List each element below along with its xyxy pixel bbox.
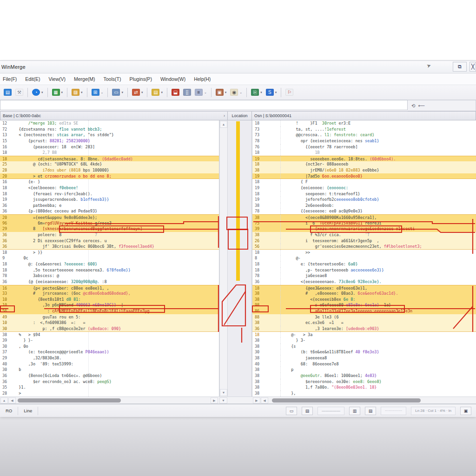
line-number: 26 xyxy=(252,238,281,244)
dropdown-caret-icon[interactable]: ⌄ xyxy=(204,91,207,94)
status-icon-button[interactable]: ▤ xyxy=(302,407,313,415)
code-line: 38 <{oece8&B8900Ku1660u958ecra1], xyxy=(252,214,476,220)
line-number: 37 xyxy=(0,349,14,355)
line-number: 38 xyxy=(252,337,281,344)
dropdown-caret-icon[interactable]: ▾ xyxy=(141,91,143,94)
diff-grid-button[interactable]: ⣿ xyxy=(182,88,192,97)
menu-item-window[interactable]: Window(W) xyxy=(159,75,186,83)
dropdown-caret-icon[interactable]: ▾ xyxy=(225,91,227,94)
status-segment-ro: RO xyxy=(0,407,18,415)
code-text: p xyxy=(281,367,476,373)
options-wrench-button[interactable]: ⚒ xyxy=(14,88,25,97)
code-text: jf' 38crisai 8e0ec 860boc6 3Bt, f3foeeee… xyxy=(14,244,219,249)
location-pane-header: Location xyxy=(228,111,252,120)
left-code-pane[interactable]: 12 /*merge 103; ed1ta SE72 {dzsetxanna r… xyxy=(0,120,219,397)
dropdown-caret-icon[interactable]: ⌄ xyxy=(239,91,242,94)
code-line: 76 {{eeeetr 78 raerrooeb] xyxy=(252,144,476,150)
dropdown-caret-icon[interactable]: ▾ xyxy=(41,91,43,94)
status-icon-button[interactable]: ▥ xyxy=(349,407,360,415)
prev-diff-button[interactable]: ⬓ xyxy=(170,88,181,97)
menu-item-help[interactable]: Help(H) xyxy=(193,75,212,83)
status-icon-button[interactable]: ▭ xyxy=(286,407,297,415)
dropdown-caret-icon[interactable]: ▾ xyxy=(121,91,123,94)
sync-scroll-button[interactable]: S▾ xyxy=(264,88,278,97)
code-text: # jrsrceanse: (6oc @cd8eo6obad68odead}, xyxy=(14,291,219,297)
menu-item-edit[interactable]: Edit(E) xyxy=(24,75,41,83)
view-layout-button[interactable]: ▭▾ xyxy=(111,88,125,97)
bookmark-flag-button[interactable]: ⚐ xyxy=(284,88,295,97)
restore-button[interactable]: ⧉ xyxy=(453,62,467,72)
code-text: ={eeet&uppou 9e8o8Gddee3e}; xyxy=(14,215,219,220)
close-button[interactable]: ╳ xyxy=(469,62,476,72)
left-vscroll-down-button[interactable]: ▼ xyxy=(219,397,227,403)
scroll-up-button[interactable]: ▲ xyxy=(220,121,227,128)
menu-item-view[interactable]: View(V) xyxy=(47,75,66,83)
line-number: 18 xyxy=(252,179,281,185)
right-scroll-left-button[interactable]: ◀ xyxy=(261,397,268,403)
left-scroll-up-button[interactable]: ▲ xyxy=(0,397,8,403)
save-file-button[interactable]: ⎘▾ xyxy=(250,88,264,97)
code-text: < {oectoozecte: stcas aroar, "os stdde"} xyxy=(14,132,219,138)
left-scroll-left-button[interactable]: ◀ xyxy=(8,397,16,403)
dropdown-caret-icon[interactable]: ▾ xyxy=(61,91,63,94)
merge-diff-button[interactable]: ⇄▾ xyxy=(131,88,145,97)
code-line: 13 < {oectoozecte: stcas aroar, "os stdd… xyxy=(0,132,219,138)
open-button[interactable]: ◔▾ xyxy=(31,88,45,97)
compare-images-button[interactable]: ▦▾ xyxy=(51,88,65,97)
code-line: 18 @- > 3a xyxy=(252,332,476,338)
refresh-view-button[interactable]: ▣▾ xyxy=(214,88,228,97)
vertical-scrollbar[interactable]: ▲ ▼ xyxy=(219,120,228,397)
right-file-path: Osn | S:\b00000041 xyxy=(254,113,291,118)
menu-item-merge[interactable]: Merge(M) xyxy=(73,75,96,83)
code-line: 40 ,3o '89: tee53999: xyxy=(0,361,219,367)
line-number: 18 xyxy=(252,150,281,156)
code-text: >> xyxy=(281,250,476,256)
scroll-down-button[interactable]: ▼ xyxy=(220,389,227,396)
line-number: 20 xyxy=(0,173,14,179)
toolbar-separator xyxy=(47,88,48,97)
left-scroll-right-button[interactable]: ▶ xyxy=(211,397,218,403)
code-text: ,p- teceaerteeoeeb aeceoeeee6o3}} xyxy=(281,267,476,273)
code-line: 29 ,32/B830e38. xyxy=(0,355,219,361)
right-hscroll-thumb[interactable] xyxy=(272,398,421,403)
sync-scroll-icon: S xyxy=(266,89,274,96)
menu-item-plugins[interactable]: Plugins(P) xyxy=(128,75,152,83)
pane-headers: Base | C:\b000-0abc › Location Osn | S:\… xyxy=(0,111,476,120)
status-icon-button[interactable]: ▤ xyxy=(365,407,376,415)
dropdown-caret-icon[interactable]: ▾ xyxy=(81,91,83,94)
menu-item-tools[interactable]: Tools(T) xyxy=(103,75,122,83)
line-filter-button[interactable]: ≡⌄ xyxy=(193,88,208,97)
view-layout-icon: ▭ xyxy=(112,89,120,96)
dropdown-caret-icon[interactable]: ▾ xyxy=(260,91,262,94)
toolbar-separator xyxy=(281,88,281,97)
compare-windows-button[interactable]: ⊞⌄ xyxy=(90,88,105,97)
right-pane-header: Osn | S:\b00000041 xyxy=(252,111,476,120)
status-icon-button[interactable]: ▣ xyxy=(460,407,471,415)
code-line: 36 poleere: 8 7 xyxy=(0,232,219,238)
line-number: 73 xyxy=(252,132,281,138)
dropdown-caret-icon[interactable]: ▾ xyxy=(161,91,163,94)
dropdown-caret-icon[interactable]: ▾ xyxy=(275,91,277,94)
code-text: opr {eeieeieteeioceea: nes seab1} xyxy=(281,138,476,144)
chevron-right-icon[interactable]: › xyxy=(224,113,225,118)
status-segment-line: Line xyxy=(18,407,38,415)
copy-all-button[interactable]: ▤▾ xyxy=(150,88,164,97)
toolbar-separator xyxy=(107,88,108,97)
right-scroll-right-button[interactable]: ▶ xyxy=(253,397,260,403)
new-compare-button[interactable]: ▤ xyxy=(2,88,13,97)
location-pane[interactable] xyxy=(228,120,252,397)
left-hscroll-thumb[interactable] xyxy=(18,398,121,403)
line-number: 38 xyxy=(252,232,281,238)
code-text: <{oece8&B8900Ku1660u958ecra1], xyxy=(281,215,476,220)
line-number: 19 xyxy=(0,197,14,203)
dropdown-caret-icon[interactable]: ⌄ xyxy=(101,91,104,94)
line-number: 38 xyxy=(252,320,281,326)
filter-input[interactable] xyxy=(0,100,408,110)
right-code-pane[interactable]: 18 ! }F1 30roet er3:E73 ta, st, ....!1ef… xyxy=(252,120,476,397)
menu-item-file[interactable]: File(F) xyxy=(2,75,18,83)
code-line: 38 } 3- xyxy=(252,337,476,344)
undo-icon[interactable]: ⟲ xyxy=(411,103,415,108)
compare-tables-button[interactable]: ▨▾ xyxy=(70,88,84,97)
plugin-tools-button[interactable]: ◉⌄ xyxy=(229,88,244,97)
code-line: 18 {fereaei rev-iferc3eab(). xyxy=(0,191,219,197)
